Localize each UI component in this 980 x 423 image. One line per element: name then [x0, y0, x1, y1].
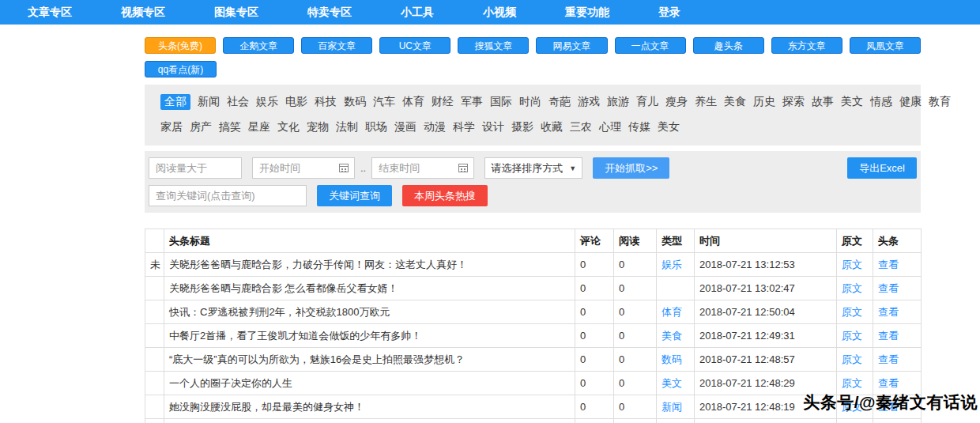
source-button[interactable]: 网易文章 [536, 37, 607, 54]
source-button[interactable]: 一点文章 [615, 37, 686, 54]
source-link[interactable]: 原文 [842, 306, 862, 318]
category-link[interactable]: 搞笑 [219, 120, 241, 134]
calendar-icon[interactable] [458, 164, 468, 172]
category-link[interactable]: 奇葩 [548, 95, 571, 109]
source-button-toutiao-free[interactable]: 头条(免费) [145, 37, 216, 54]
category-link[interactable]: 历史 [753, 95, 775, 109]
source-button[interactable]: 搜狐文章 [458, 37, 529, 54]
nav-item[interactable]: 特卖专区 [307, 6, 352, 20]
category-link[interactable]: 摄影 [511, 120, 533, 134]
category-link[interactable]: 宠物 [307, 120, 329, 134]
category-link[interactable]: 三农 [570, 120, 592, 134]
row-source: 原文 [837, 300, 873, 324]
category-link[interactable]: 美文 [841, 95, 863, 109]
category-link[interactable]: 设计 [482, 120, 504, 134]
category-link[interactable]: 漫画 [394, 120, 416, 134]
row-comments: 0 [575, 395, 614, 419]
category-link[interactable]: 时尚 [519, 95, 541, 109]
type-link[interactable]: 美文 [662, 377, 682, 389]
category-link[interactable]: 科学 [453, 120, 475, 134]
category-link[interactable]: 全部 [160, 94, 190, 110]
category-link[interactable]: 星座 [248, 120, 270, 134]
row-title: 乡村振兴｜翔安大宅火龙果创新创意季开启！火龙果原来可以这样吃 [164, 419, 575, 423]
category-link[interactable]: 收藏 [541, 120, 563, 134]
view-link[interactable]: 查看 [878, 353, 899, 365]
category-link[interactable]: 法制 [336, 120, 358, 134]
category-link[interactable]: 科技 [315, 95, 337, 109]
type-link[interactable]: 数码 [662, 353, 682, 365]
nav-item[interactable]: 视频专区 [121, 6, 165, 20]
view-link[interactable]: 查看 [878, 330, 899, 342]
start-crawl-button[interactable]: 开始抓取>> [593, 157, 669, 179]
category-link[interactable]: 财经 [432, 95, 454, 109]
read-count-input[interactable] [149, 157, 242, 179]
source-button[interactable]: 企鹅文章 [223, 37, 294, 54]
source-link[interactable]: 原文 [842, 259, 862, 270]
sort-order-select[interactable]: 请选择排序方式 ▼ [484, 157, 582, 179]
row-flag [145, 324, 164, 348]
category-link[interactable]: 教育 [929, 95, 951, 109]
source-button[interactable]: UC文章 [379, 37, 450, 54]
category-link[interactable]: 健康 [899, 95, 922, 109]
category-link[interactable]: 美食 [724, 95, 746, 109]
view-link[interactable]: 查看 [878, 282, 899, 294]
category-link[interactable]: 瘦身 [665, 95, 688, 109]
type-link[interactable]: 新闻 [662, 401, 682, 413]
category-link[interactable]: 育儿 [636, 95, 658, 109]
keyword-input[interactable] [149, 185, 307, 206]
nav-item[interactable]: 小工具 [401, 6, 434, 20]
category-link[interactable]: 军事 [461, 95, 483, 109]
category-link[interactable]: 心理 [599, 120, 621, 134]
category-link[interactable]: 国际 [490, 95, 512, 109]
category-link[interactable]: 情感 [870, 95, 892, 109]
source-button[interactable]: 百家文章 [301, 37, 372, 54]
category-link[interactable]: 故事 [812, 95, 834, 109]
category-link[interactable]: 体育 [402, 95, 424, 109]
keyword-search-button[interactable]: 关键词查询 [317, 185, 392, 206]
row-source: 原文 [837, 419, 873, 423]
category-link[interactable]: 旅游 [607, 95, 629, 109]
type-link[interactable]: 体育 [662, 306, 682, 318]
category-link[interactable]: 职场 [365, 120, 387, 134]
view-link[interactable]: 查看 [878, 377, 899, 389]
type-link[interactable]: 娱乐 [662, 259, 682, 270]
category-link[interactable]: 电影 [285, 95, 307, 109]
category-link[interactable]: 文化 [277, 120, 300, 134]
category-link[interactable]: 社会 [227, 95, 249, 109]
source-link[interactable]: 原文 [842, 282, 862, 294]
type-link[interactable]: 美食 [662, 330, 682, 342]
nav-item[interactable]: 重要功能 [565, 6, 609, 20]
row-comments: 0 [575, 324, 614, 348]
category-link[interactable]: 养生 [695, 95, 717, 109]
calendar-icon[interactable] [339, 164, 349, 172]
source-link[interactable]: 原文 [842, 377, 862, 389]
category-link[interactable]: 动漫 [424, 120, 446, 134]
category-link[interactable]: 探索 [782, 95, 805, 109]
category-link[interactable]: 房产 [190, 120, 212, 134]
source-button[interactable]: 凤凰文章 [850, 37, 921, 54]
source-button[interactable]: 东方文章 [771, 37, 842, 54]
row-type [657, 277, 695, 300]
top-navigation: 文章专区视频专区图集专区特卖专区小工具小视频重要功能登录 [0, 0, 980, 25]
nav-item[interactable]: 小视频 [483, 6, 516, 20]
weekly-hot-button[interactable]: 本周头条热搜 [402, 185, 488, 206]
category-link[interactable]: 传媒 [628, 120, 650, 134]
nav-item[interactable]: 图集专区 [214, 6, 258, 20]
view-link[interactable]: 查看 [878, 259, 899, 270]
source-button[interactable]: qq看点(新) [145, 61, 217, 77]
nav-item[interactable]: 文章专区 [28, 6, 72, 20]
row-comments: 0 [575, 419, 614, 423]
category-link[interactable]: 数码 [344, 95, 366, 109]
source-link[interactable]: 原文 [842, 330, 862, 342]
category-link[interactable]: 美女 [658, 120, 680, 134]
category-link[interactable]: 娱乐 [256, 95, 278, 109]
category-link[interactable]: 汽车 [373, 95, 395, 109]
view-link[interactable]: 查看 [878, 306, 899, 318]
source-button[interactable]: 趣头条 [693, 37, 764, 54]
category-link[interactable]: 新闻 [198, 95, 220, 109]
export-excel-button[interactable]: 导出Excel [847, 157, 917, 179]
source-link[interactable]: 原文 [842, 353, 862, 365]
category-link[interactable]: 家居 [160, 120, 183, 134]
nav-item[interactable]: 登录 [658, 6, 680, 20]
category-link[interactable]: 游戏 [578, 95, 600, 109]
